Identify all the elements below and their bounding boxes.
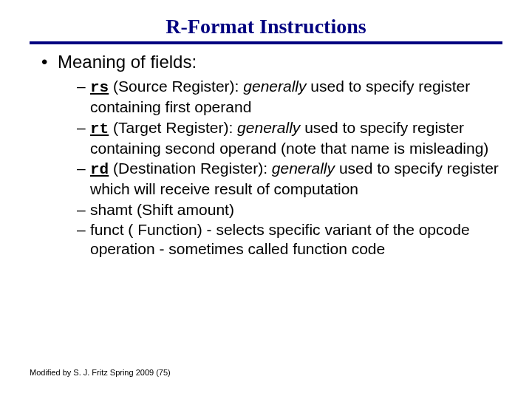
footer-text: Modified by S. J. Fritz Spring 2009 (75) [30,368,171,377]
text-italic: generally [243,78,306,95]
text: (Source Register): [109,78,243,95]
list-item: rs (Source Register): generally used to … [77,77,502,117]
text: shamt (Shift amount) [90,201,234,218]
list-item: rd (Destination Register): generally use… [77,159,502,200]
title-rule [30,41,502,44]
text-italic: generally [237,119,300,136]
list-item: shamt (Shift amount) [77,200,502,219]
text: (Destination Register): [109,160,272,177]
code-rs: rs [90,79,109,96]
field-list: rs (Source Register): generally used to … [77,77,502,259]
text-italic: generally [272,160,335,177]
code-rd: rd [90,161,109,178]
list-item: rt (Target Register): generally used to … [77,118,502,159]
code-rt: rt [90,120,109,137]
text: funct ( Function) - selects specific var… [90,221,470,257]
main-bullet: Meaning of fields: [41,52,502,72]
list-item: funct ( Function) - selects specific var… [77,220,502,259]
slide-title: R-Format Instructions [30,15,502,38]
text: (Target Register): [109,119,237,136]
